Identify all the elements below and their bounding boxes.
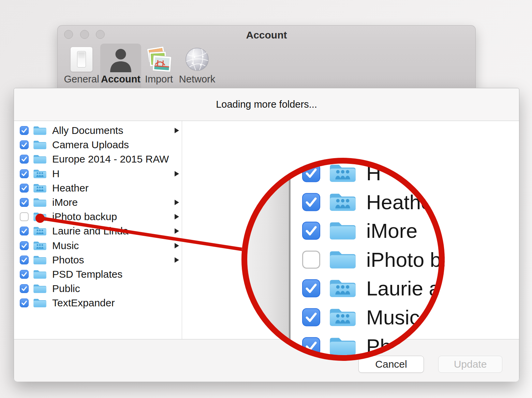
toolbar-tab-network[interactable]: Network [177, 44, 218, 95]
update-button[interactable]: Update [438, 356, 502, 373]
folder-icon [33, 140, 47, 150]
folder-name: Public [52, 283, 80, 294]
folder-name: Heather [52, 182, 89, 194]
column-divider [182, 121, 182, 339]
loupe-folder-row: iPhoto backup [241, 245, 445, 274]
toolbar-tab-import[interactable]: Import [138, 44, 179, 95]
loupe-folder-row: iMore [241, 216, 445, 245]
loupe-shared-folder-icon [329, 163, 357, 184]
folder-icon [33, 298, 47, 308]
folder-checkbox[interactable] [20, 284, 29, 293]
folder-name: Camera Uploads [52, 139, 129, 151]
folder-icon [33, 125, 47, 136]
folder-name: Europe 2014 - 2015 RAW [52, 153, 169, 165]
loupe-folder-checkbox [302, 250, 320, 269]
sheet-header: Loading more folders... [14, 88, 519, 121]
toolbar-tab-label: Network [170, 74, 224, 85]
folder-checkbox[interactable] [20, 256, 29, 264]
folder-checkbox[interactable] [20, 212, 29, 221]
folder-row[interactable]: Camera Uploads [14, 138, 182, 152]
folder-checkbox[interactable] [20, 227, 29, 235]
folder-name: TextExpander [52, 297, 115, 309]
disclosure-arrow-icon[interactable] [175, 228, 179, 234]
folder-checkbox[interactable] [20, 169, 29, 178]
folder-name: Music [52, 240, 79, 251]
toolbar-tab-general[interactable]: General [61, 44, 102, 95]
disclosure-arrow-icon[interactable] [175, 171, 179, 177]
loupe-folder-name: H [366, 162, 381, 185]
folder-row[interactable]: iMore [14, 195, 182, 210]
shared-folder-icon [33, 226, 47, 236]
loupe-folder-icon [329, 249, 357, 270]
preferences-window: Account General Account Import Network [57, 25, 476, 92]
globe-icon [184, 47, 210, 72]
photo-stack-icon [145, 46, 173, 73]
folder-icon [33, 197, 47, 208]
folder-checkbox[interactable] [20, 126, 29, 135]
folder-checkbox[interactable] [20, 298, 29, 307]
folder-row[interactable]: Music [14, 239, 182, 253]
folder-name: Ally Documents [52, 125, 123, 136]
folder-icon [33, 284, 47, 294]
folder-checkbox[interactable] [20, 184, 29, 193]
loupe-folder-name: iMore [366, 219, 417, 243]
folder-row[interactable]: Photos [14, 253, 182, 267]
folder-icon [33, 269, 47, 280]
desktop-background: Account General Account Import Network [0, 0, 532, 398]
disclosure-arrow-icon[interactable] [175, 243, 179, 248]
loupe-folder-row: Heather [241, 187, 445, 216]
window-title: Account [58, 29, 475, 41]
folder-checkbox[interactable] [20, 155, 29, 164]
cancel-button[interactable]: Cancel [358, 356, 424, 373]
disclosure-arrow-icon[interactable] [175, 200, 179, 205]
loupe-folder-name: Music [366, 306, 420, 329]
loupe-folder-name: iPhoto backup [366, 248, 445, 271]
folder-checkbox[interactable] [20, 270, 29, 279]
person-icon [108, 46, 133, 72]
shared-folder-icon [33, 183, 47, 193]
folder-checkbox[interactable] [20, 140, 29, 149]
folder-name: H [52, 168, 60, 180]
loupe-shared-folder-icon [329, 191, 357, 213]
folder-row[interactable]: TextExpander [14, 296, 182, 310]
loupe-folder-checkbox [302, 308, 320, 326]
loupe-folder-checkbox [302, 193, 320, 211]
folder-name: PSD Templates [52, 269, 122, 280]
loupe-shared-folder-icon [329, 307, 357, 328]
folder-icon [33, 154, 47, 165]
folder-row[interactable]: Europe 2014 - 2015 RAW [14, 152, 182, 166]
folder-checkbox[interactable] [20, 198, 29, 207]
loading-status-text: Loading more folders... [216, 99, 317, 110]
folder-row[interactable]: Public [14, 281, 182, 296]
loupe-folder-checkbox [302, 222, 320, 240]
loupe-folder-row: Laurie and Linda [241, 274, 445, 303]
folder-name: iMore [52, 197, 78, 208]
sheet-footer: Cancel Update [14, 339, 519, 382]
loupe-folder-icon [329, 220, 357, 242]
folder-row[interactable]: PSD Templates [14, 267, 182, 281]
shared-folder-icon [33, 168, 47, 179]
loupe-folder-checkbox [302, 337, 320, 355]
folder-row[interactable]: Ally Documents [14, 123, 182, 138]
loupe-folder-row: Music [241, 303, 445, 332]
folder-icon [33, 255, 47, 265]
loupe-folder-checkbox [302, 279, 320, 297]
loupe-shared-folder-icon [329, 278, 357, 299]
shared-folder-icon [33, 240, 47, 251]
folder-row[interactable]: Heather [14, 181, 182, 195]
toolbar-tab-account[interactable]: Account [100, 44, 141, 95]
folder-row[interactable]: H [14, 167, 182, 181]
loupe-folder-icon [329, 335, 357, 357]
disclosure-arrow-icon[interactable] [175, 257, 179, 263]
disclosure-arrow-icon[interactable] [175, 128, 179, 133]
disclosure-arrow-icon[interactable] [175, 214, 179, 219]
magnifier-loupe: H Heather iMore iPhoto backup Laurie and… [241, 158, 445, 361]
folder-checkbox[interactable] [20, 241, 29, 250]
loupe-folder-checkbox [302, 164, 320, 182]
folder-name: Photos [52, 254, 84, 266]
callout-dot [35, 214, 45, 223]
loupe-folder-name: Laurie and Linda [366, 277, 445, 300]
light-switch-icon [70, 47, 93, 72]
